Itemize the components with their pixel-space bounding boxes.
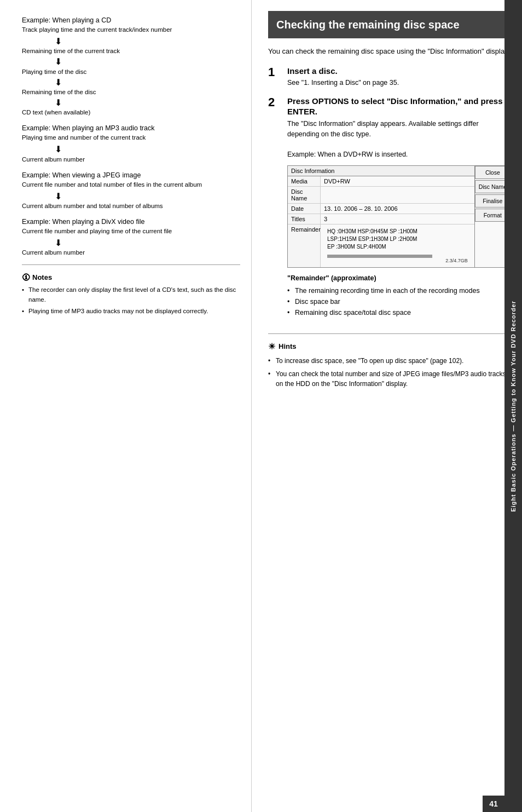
step-1: 1 Insert a disc. See "1. Inserting a Dis…: [268, 66, 511, 88]
notes-list: The recorder can only display the first …: [22, 285, 240, 316]
main-heading: Checking the remaining disc space: [268, 11, 511, 38]
item-jpeg-0: Current album number and total number of…: [22, 201, 240, 210]
step-2-title: Press OPTIONS to select "Disc Informatio…: [287, 96, 511, 117]
example-mp3-subtext: Playing time and number of the current t…: [22, 133, 240, 142]
disc-info-value-media: DVD+RW: [321, 176, 474, 186]
disc-info-label-media: Media: [288, 176, 321, 186]
hint-item-0: To increase disc space, see "To open up …: [268, 356, 511, 366]
disc-info-row-date: Date 13. 10. 2006 – 28. 10. 2006: [288, 204, 474, 214]
disc-info-bar-label: 2.3/4.7GB: [327, 258, 468, 263]
side-tab: Eight Basic Operations — Getting to Know…: [504, 0, 522, 812]
step-1-title: Insert a disc.: [287, 66, 511, 77]
hints-section: ☀ Hints To increase disc space, see "To …: [268, 342, 511, 389]
disc-info-row-remainder: Remainder HQ :0H30M HSP:0H45M SP :1H00M …: [288, 224, 474, 267]
notes-title: 🛈 Notes: [22, 273, 240, 282]
hints-label: Hints: [279, 342, 297, 350]
example-cd-subtext: Track playing time and the current track…: [22, 25, 240, 34]
disc-info-header: Disc Information: [288, 166, 474, 176]
hints-title: ☀ Hints: [268, 342, 511, 352]
disc-info-row-media: Media DVD+RW: [288, 176, 474, 187]
arrow-6: ⬇: [55, 191, 240, 201]
disc-info-main: Disc Information Media DVD+RW Disc Name …: [288, 166, 475, 267]
step-1-number: 1: [268, 66, 282, 79]
remainder-line-2: EP :3H00M SLP:4H00M: [327, 244, 386, 250]
disc-info-label-titles: Titles: [288, 214, 321, 224]
right-column: Checking the remaining disc space You ca…: [252, 0, 522, 812]
step-1-body: See "1. Inserting a Disc" on page 35.: [287, 78, 511, 88]
item-mp3-0: Current album number: [22, 155, 240, 164]
item-cd-1: Playing time of the disc: [22, 67, 240, 76]
side-tab-text: Eight Basic Operations — Getting to Know…: [510, 301, 517, 512]
divider-1: [22, 264, 240, 265]
example-mp3: Example: When playing an MP3 audio track…: [22, 124, 240, 163]
arrow-5: ⬇: [55, 144, 240, 154]
notes-icon: 🛈: [22, 273, 30, 282]
remainder-item-2: Remaining disc space/total disc space: [287, 307, 511, 318]
notes-label: Notes: [32, 273, 52, 281]
arrow-3: ⬇: [55, 77, 240, 88]
example-cd-heading: Example: When playing a CD: [22, 16, 240, 24]
disc-info-label-date: Date: [288, 204, 321, 214]
item-divx-0: Current album number: [22, 248, 240, 257]
note-item-0: The recorder can only display the first …: [22, 285, 240, 304]
item-cd-2: Remaining time of the disc: [22, 88, 240, 96]
disc-info-row-discname: Disc Name: [288, 187, 474, 204]
step-2-number: 2: [268, 96, 282, 109]
example-jpeg-subtext: Current file number and total number of …: [22, 180, 240, 189]
example-jpeg-heading: Example: When viewing a JPEG image: [22, 171, 240, 179]
hints-list: To increase disc space, see "To open up …: [268, 356, 511, 389]
hints-icon: ☀: [268, 342, 275, 352]
item-cd-0: Remaining time of the current track: [22, 47, 240, 55]
divider-2: [268, 333, 511, 334]
example-divx: Example: When playing a DivX video file …: [22, 218, 240, 257]
example-mp3-heading: Example: When playing an MP3 audio track: [22, 124, 240, 132]
example-cd: Example: When playing a CD Track playing…: [22, 16, 240, 117]
step-2-example: Example: When a DVD+RW is inserted.: [287, 151, 408, 158]
remainder-note: "Remainder" (approximate): [287, 274, 511, 282]
arrow-4: ⬇: [55, 97, 240, 108]
page-number: 41: [489, 799, 498, 808]
step-1-content: Insert a disc. See "1. Inserting a Disc"…: [287, 66, 511, 88]
disc-info-value-titles: 3: [321, 214, 474, 224]
arrow-1: ⬇: [55, 36, 240, 47]
step-2-body: The "Disc Information" display appears. …: [287, 119, 511, 160]
step-2: 2 Press OPTIONS to select "Disc Informat…: [268, 96, 511, 326]
hint-item-1: You can check the total number and size …: [268, 369, 511, 389]
disc-info-label-discname: Disc Name: [288, 187, 321, 203]
example-jpeg: Example: When viewing a JPEG image Curre…: [22, 171, 240, 210]
disc-info-panel: Disc Information Media DVD+RW Disc Name …: [287, 165, 511, 268]
remainder-line-1: LSP:1H15M ESP:1H30M LP :2H00M: [327, 236, 417, 242]
left-column: Example: When playing a CD Track playing…: [0, 0, 252, 812]
example-divx-heading: Example: When playing a DivX video file: [22, 218, 240, 226]
disc-info-label-remainder: Remainder: [288, 224, 321, 267]
remainder-item-1: Disc space bar: [287, 296, 511, 307]
intro-text: You can check the remaining disc space u…: [268, 46, 511, 57]
step-2-body-text: The "Disc Information" display appears. …: [287, 120, 479, 138]
disc-info-value-discname: [321, 187, 474, 203]
notes-section: 🛈 Notes The recorder can only display th…: [22, 273, 240, 316]
arrow-7: ⬇: [55, 238, 240, 248]
disc-info-value-remainder: HQ :0H30M HSP:0H45M SP :1H00M LSP:1H15M …: [321, 224, 474, 267]
item-cd-3: CD text (when available): [22, 108, 240, 117]
step-2-content: Press OPTIONS to select "Disc Informatio…: [287, 96, 511, 326]
page-container: Example: When playing a CD Track playing…: [0, 0, 522, 812]
disc-info-remainder-lines: HQ :0H30M HSP:0H45M SP :1H00M LSP:1H15M …: [324, 226, 471, 252]
remainder-list: The remaining recording time in each of …: [287, 285, 511, 318]
page-number-box: 41: [483, 796, 504, 812]
remainder-item-0: The remaining recording time in each of …: [287, 285, 511, 296]
disc-info-value-date: 13. 10. 2006 – 28. 10. 2006: [321, 204, 474, 214]
disc-info-bar-container: 2.3/4.7GB: [324, 252, 471, 266]
example-divx-subtext: Current file number and playing time of …: [22, 227, 240, 235]
note-item-1: Playing time of MP3 audio tracks may not…: [22, 307, 240, 316]
disc-info-row-titles: Titles 3: [288, 214, 474, 224]
arrow-2: ⬇: [55, 56, 240, 67]
remainder-line-0: HQ :0H30M HSP:0H45M SP :1H00M: [327, 228, 417, 234]
